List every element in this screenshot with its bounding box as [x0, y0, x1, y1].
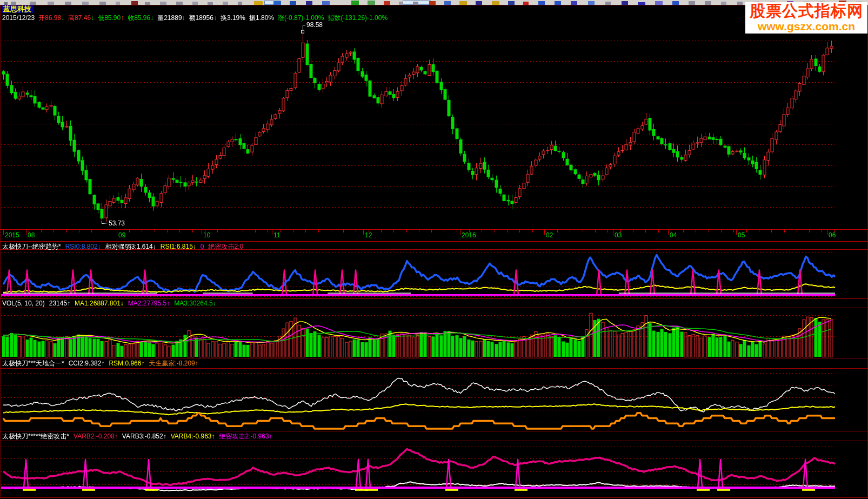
hdr-vol-title: VOL(5, 10, 20)	[2, 300, 45, 307]
toolbar-icon-fragment[interactable]	[82, 2, 89, 5]
toolbar-icon-fragment[interactable]	[413, 2, 418, 5]
toolbar-icon-fragment[interactable]	[655, 1, 663, 5]
annotation-low: 53.73	[109, 219, 125, 227]
stock-title: 蓝思科技	[2, 5, 33, 13]
hdr-tiandi-value: RSM:0.966↑	[109, 360, 144, 367]
toolbar-icon-fragment[interactable]	[116, 2, 120, 5]
hdr-tiandi-title: 太极快刀***天地合一*	[2, 360, 64, 367]
info-value: 收85.96↓	[128, 14, 153, 22]
toolbar-icon-fragment[interactable]	[160, 2, 166, 5]
hdr-tiandi-value: 天生赢家:-8.209↑	[149, 360, 198, 367]
hdr-attack-value: VARB4:-0.963↑	[171, 433, 215, 440]
info-value: 低85.90↑	[98, 14, 124, 22]
hdr-trend-value: 0	[201, 243, 204, 250]
info-value: 高87.46↓	[68, 14, 94, 22]
annotation-high: 98.58	[306, 21, 323, 29]
toolbar-icon-fragment[interactable]	[721, 2, 726, 5]
toolbar-icon-fragment[interactable]	[290, 1, 296, 5]
toolbar-icon-fragment[interactable]	[429, 1, 436, 5]
watermark: 股票公式指标网 www.gszx.com.cn	[745, 2, 867, 34]
x-axis-label: 02	[546, 231, 553, 239]
hdr-vol-value: MA1:26887.801↓	[75, 300, 124, 307]
hdr-attack-value: VARB2:-0.208↑	[74, 433, 118, 440]
panel-header-trend: 太极快刀--绝密趋势*RSI0:8.802↓相对强弱3:1.614↓RSI1:6…	[2, 243, 248, 250]
info-value: 开86.98↓	[38, 14, 64, 22]
hdr-vol-value: MA2:27795.5↑	[128, 300, 170, 307]
toolbar-icon-fragment[interactable]	[306, 1, 312, 5]
x-axis-label: 08	[28, 231, 35, 239]
hdr-trend-value: RSI1:6.815↓	[161, 243, 196, 250]
toolbar-icon-fragment[interactable]	[689, 1, 695, 5]
info-value: 量21889↓	[157, 14, 185, 22]
ohlc-info-bar: 2015/12/23开86.98↓高87.46↓低85.90↑收85.96↓量2…	[2, 14, 391, 22]
toolbar-icon-fragment[interactable]	[399, 2, 403, 5]
toolbar-icon-fragment[interactable]	[523, 2, 529, 5]
toolbar-icon-fragment[interactable]	[48, 2, 54, 5]
watermark-site-url: www.gszx.com.cn	[745, 20, 867, 32]
toolbar-icon-fragment[interactable]	[444, 1, 451, 5]
info-value: 涨(-0.87)-1.00%	[278, 14, 324, 22]
hdr-trend-title: 太极快刀--绝密趋势*	[2, 243, 61, 250]
hdr-vol-value: MA3:30264.5↓	[174, 300, 216, 307]
toolbar-icon-fragment[interactable]	[223, 2, 228, 5]
toolbar-icon-fragment[interactable]	[588, 1, 595, 5]
hdr-tiandi-value: CCI2:9.382↑	[69, 360, 105, 367]
watermark-site-name: 股票公式指标网	[745, 2, 867, 20]
toolbar-icon-fragment[interactable]	[254, 1, 263, 5]
x-axis-label: 09	[118, 231, 125, 239]
toolbar-icon-fragment[interactable]	[672, 1, 679, 5]
panel-header-vol: VOL(5, 10, 20)23145↑MA1:26887.801↓MA2:27…	[2, 300, 221, 307]
toolbar-icon-fragment[interactable]	[571, 1, 577, 5]
toolbar-icon-fragment[interactable]	[208, 2, 213, 5]
toolbar-icon-fragment[interactable]	[176, 2, 183, 5]
x-axis-label: 2016	[462, 231, 476, 239]
toolbar-icon-fragment[interactable]	[99, 2, 106, 5]
info-value: 换3.19%	[221, 14, 245, 22]
hdr-attack-value: VARB3:-0.852↑	[122, 433, 166, 440]
x-axis-label: 05	[738, 231, 745, 239]
x-axis-label: 12	[365, 231, 372, 239]
panel-header-tiandi: 太极快刀***天地合一*CCI2:9.382↑RSM:0.966↑天生赢家:-8…	[2, 360, 203, 367]
x-axis-label: 11	[273, 231, 280, 239]
toolbar-icon-fragment[interactable]	[238, 2, 242, 5]
info-value: 指数(-131.26)-1.00%	[328, 14, 388, 22]
toolbar-icon-fragment[interactable]	[65, 2, 71, 5]
toolbar-icon-fragment[interactable]	[555, 1, 561, 5]
hdr-vol-value: 23145↑	[49, 300, 70, 307]
x-axis-label: 04	[670, 231, 677, 239]
x-axis-label: 2015	[5, 231, 19, 239]
hdr-attack-value: 绝密攻击2:-0.963↑	[219, 433, 272, 440]
toolbar-icon-fragment[interactable]	[384, 1, 390, 5]
toolbar-icon-fragment[interactable]	[145, 2, 150, 5]
toolbar-icon-fragment[interactable]	[492, 1, 499, 5]
x-axis-label: 10	[203, 231, 210, 239]
panel-header-attack: 太极快刀*****绝密攻击*VARB2:-0.208↑VARB3:-0.852↑…	[2, 433, 277, 440]
toolbar[interactable]	[0, 0, 868, 5]
hdr-trend-value: RSI0:8.802↓	[65, 243, 101, 250]
x-axis-label: 06	[829, 231, 836, 239]
toolbar-icon-fragment[interactable]	[459, 1, 467, 5]
hdr-trend-value: 相对强弱3:1.614↓	[105, 243, 156, 250]
toolbar-icon-fragment[interactable]	[508, 1, 515, 5]
toolbar-icon-fragment[interactable]	[476, 1, 482, 5]
toolbar-icon-fragment[interactable]	[322, 1, 330, 5]
hdr-attack-title: 太极快刀*****绝密攻击*	[2, 433, 69, 440]
toolbar-icon-fragment[interactable]	[605, 2, 611, 5]
toolbar-icon-fragment[interactable]	[192, 2, 198, 5]
x-axis-label: 03	[615, 231, 622, 239]
toolbar-icon-fragment[interactable]	[368, 1, 375, 5]
toolbar-icon-fragment[interactable]	[273, 1, 281, 5]
info-value: 2015/12/23	[2, 14, 35, 22]
toolbar-icon-fragment[interactable]	[638, 2, 645, 5]
toolbar-icon-fragment[interactable]	[705, 1, 711, 5]
hdr-trend-value: 绝密攻击2:0	[209, 243, 244, 250]
toolbar-icon-fragment[interactable]	[131, 1, 138, 5]
info-value: 额18956↓	[189, 14, 217, 22]
toolbar-icon-fragment[interactable]	[622, 1, 628, 5]
info-value: 振1.80%	[249, 14, 274, 22]
toolbar-icon-fragment[interactable]	[351, 1, 359, 5]
toolbar-icon-fragment[interactable]	[737, 2, 743, 5]
toolbar-icon-fragment[interactable]	[538, 1, 545, 5]
chart-workspace: 蓝思科技 2015/12/23开86.98↓高87.46↓低85.90↑收85.…	[0, 0, 868, 499]
